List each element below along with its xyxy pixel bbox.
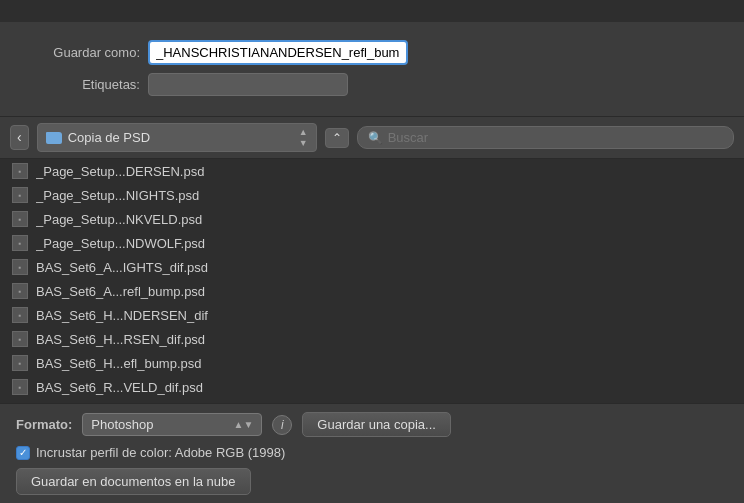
format-select[interactable]: Photoshop ▲▼ [82,413,262,436]
file-thumb: ▪ [12,379,28,395]
format-label: Formato: [16,417,72,432]
color-profile-label: Incrustar perfil de color: Adobe RGB (19… [36,445,285,460]
up-arrow-icon: ▲ [299,127,308,137]
back-button[interactable]: ‹ [10,125,29,151]
cloud-save-button[interactable]: Guardar en documentos en la nube [16,468,251,495]
color-profile-row: ✓ Incrustar perfil de color: Adobe RGB (… [16,445,728,460]
file-list: ▪_Page_Setup...DERSEN.psd▪_Page_Setup...… [0,159,744,403]
list-item[interactable]: ▪BAS_Set6_H...NDERSEN_dif [0,303,744,327]
filename-input[interactable] [148,40,408,65]
file-thumb: ▪ [12,187,28,203]
collapse-button[interactable]: ⌃ [325,128,349,148]
down-arrow-icon: ▼ [299,138,308,148]
file-name: BAS_Set6_H...NDERSEN_dif [36,308,208,323]
file-thumb: ▪ [12,211,28,227]
search-box: 🔍 [357,126,734,149]
file-thumb: ▪ [12,235,28,251]
tags-input[interactable] [148,73,348,96]
cloud-button-row: Guardar en documentos en la nube [16,468,728,495]
list-item[interactable]: ▪BAS_Set6_H...RSEN_dif.psd [0,327,744,351]
format-row: Formato: Photoshop ▲▼ i Guardar una copi… [16,412,728,437]
list-item[interactable]: ▪BAS_Set6_H...efl_bump.psd [0,351,744,375]
file-name: _Page_Setup...NIGHTS.psd [36,188,199,203]
list-item[interactable]: ▪_Page_Setup...NDWOLF.psd [0,231,744,255]
top-bar [0,0,744,22]
save-dialog: Guardar como: Etiquetas: ‹ Copia de PSD … [0,0,744,503]
file-thumb: ▪ [12,259,28,275]
info-icon: i [281,418,284,432]
file-name: _Page_Setup...NDWOLF.psd [36,236,205,251]
location-label: Copia de PSD [68,130,293,145]
list-item[interactable]: ▪_Page_Setup...NKVELD.psd [0,207,744,231]
search-icon: 🔍 [368,131,383,145]
file-thumb: ▪ [12,163,28,179]
list-item[interactable]: ▪BAS_Set6_A...refl_bump.psd [0,279,744,303]
file-name: _Page_Setup...NKVELD.psd [36,212,202,227]
file-name: BAS_Set6_A...refl_bump.psd [36,284,205,299]
header-section: Guardar como: Etiquetas: [0,22,744,116]
folder-icon [46,132,62,144]
etiquetas-label: Etiquetas: [20,77,140,92]
checkmark-icon: ✓ [19,447,27,458]
list-item[interactable]: ▪BAS_Set6_A...IGHTS_dif.psd [0,255,744,279]
file-thumb: ▪ [12,307,28,323]
file-name: BAS_Set6_R...VELD_dif.psd [36,380,203,395]
copy-button[interactable]: Guardar una copia... [302,412,451,437]
etiquetas-row: Etiquetas: [20,73,724,96]
file-thumb: ▪ [12,283,28,299]
format-value: Photoshop [91,417,229,432]
toolbar-row: ‹ Copia de PSD ▲ ▼ ⌃ 🔍 [0,116,744,159]
dropdown-arrows: ▲ ▼ [299,127,308,148]
file-thumb: ▪ [12,331,28,347]
filename-row: Guardar como: [20,40,724,65]
location-dropdown[interactable]: Copia de PSD ▲ ▼ [37,123,317,152]
file-name: BAS_Set6_H...RSEN_dif.psd [36,332,205,347]
select-arrow-icon: ▲▼ [234,419,254,430]
info-button[interactable]: i [272,415,292,435]
list-item[interactable]: ▪_Page_Setup...DERSEN.psd [0,159,744,183]
footer: Formato: Photoshop ▲▼ i Guardar una copi… [0,403,744,503]
file-name: _Page_Setup...DERSEN.psd [36,164,204,179]
list-item[interactable]: ▪_Page_Setup...NIGHTS.psd [0,183,744,207]
list-item[interactable]: ▪BAS_Set6_R...VELD_dif.psd [0,375,744,399]
file-name: BAS_Set6_A...IGHTS_dif.psd [36,260,208,275]
color-profile-checkbox[interactable]: ✓ [16,446,30,460]
file-thumb: ▪ [12,355,28,371]
guardar-label: Guardar como: [20,45,140,60]
search-input[interactable] [388,130,723,145]
file-name: BAS_Set6_H...efl_bump.psd [36,356,202,371]
